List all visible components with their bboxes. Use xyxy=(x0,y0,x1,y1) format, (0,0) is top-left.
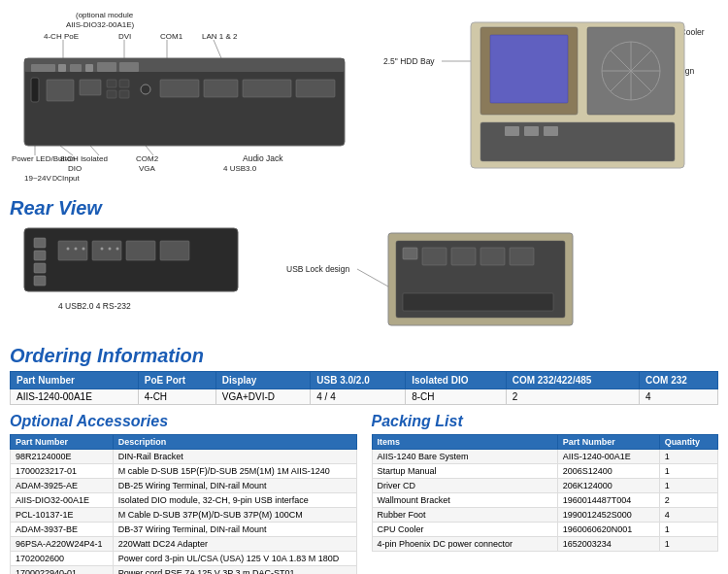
vga-connector xyxy=(80,80,101,95)
hdd-platter xyxy=(490,35,568,103)
pack-cell-2-0: Driver CD xyxy=(372,479,557,493)
accessories-table: Part Number Description 98R2124000EDIN-R… xyxy=(10,434,357,574)
db9-dot-6 xyxy=(116,248,119,251)
label-optional-module: (optional module xyxy=(76,11,134,19)
ordering-row-1: AIIS-1240-00A1E 4-CH VGA+DVI-D 4 / 4 8-C… xyxy=(11,389,718,405)
rear-rs232-2 xyxy=(92,241,121,260)
pack-col-items: Items xyxy=(372,435,557,450)
db9-dot-1 xyxy=(67,248,70,251)
acc-cell-4-1: M Cable D-SUB 37P(M)/D-SUB 37P(M) 100CM xyxy=(113,508,356,523)
accessories-row-3: AIIS-DIO32-00A1EIsolated DIO module, 32-… xyxy=(11,493,357,508)
top-section: (optional module AIIS-DIO32-00A1E) 4-CH … xyxy=(10,8,718,189)
ordering-cell-poe: 4-CH xyxy=(138,389,215,405)
pack-cell-4-0: Rubber Foot xyxy=(372,508,557,523)
acc-cell-2-0: ADAM-3925-AE xyxy=(11,479,114,493)
front-view-diagram: (optional module AIIS-DIO32-00A1E) 4-CH … xyxy=(10,8,369,187)
pack-cell-0-1: AIIS-1240-00A1E xyxy=(557,450,659,464)
pack-cell-1-1: 2006S12400 xyxy=(557,464,659,479)
pack-cell-5-1: 1960060620N001 xyxy=(557,523,659,537)
rear-rs232-4 xyxy=(160,241,189,260)
ordering-cell-part: AIIS-1240-00A1E xyxy=(11,389,139,405)
usb-port-4 xyxy=(119,90,129,98)
rear-view-diagram: 4 USB2.0 4 RS-232 xyxy=(10,223,262,321)
rear-3d-port-1 xyxy=(403,248,417,259)
rear-usb2 xyxy=(34,251,46,260)
usb-port-lock-1 xyxy=(505,126,519,136)
accessories-row-0: 98R2124000EDIN-Rail Bracket xyxy=(11,450,357,464)
rear-bottom-label: 4 USB2.0 4 RS-232 xyxy=(58,301,131,311)
label-voltage: 19~24V xyxy=(24,174,51,183)
pack-cell-6-1: 1652003234 xyxy=(557,537,659,552)
pack-cell-1-2: 1 xyxy=(659,464,717,479)
accessories-row-2: ADAM-3925-AEDB-25 Wiring Terminal, DIN-r… xyxy=(11,479,357,493)
accessories-section: Optional Accessories Part Number Descrip… xyxy=(10,413,357,574)
label-aiis-dio32: AIIS-DIO32-00A1E) xyxy=(66,20,135,29)
label-4ch-poe: 4-CH PoE xyxy=(44,32,79,41)
acc-cell-3-1: Isolated DIO module, 32-CH, 9-pin USB in… xyxy=(113,493,356,508)
packing-table: Items Part Number Quantity AIIS-1240 Bar… xyxy=(372,434,719,552)
right-view-area: 2.5" HDD Bay 1.5U CPU Cooler USB Lock de… xyxy=(379,8,728,189)
pack-col-part: Part Number xyxy=(557,435,659,450)
packing-row-3: Wallmount Bracket1960014487T0042 xyxy=(372,493,718,508)
packing-row-2: Driver CD206K1240001 xyxy=(372,479,718,493)
ordering-col-part: Part Number xyxy=(11,372,139,389)
label-8ch-isolated: 8-CH Isolated xyxy=(60,154,108,163)
packing-row-1: Startup Manual2006S124001 xyxy=(372,464,718,479)
packing-section: Packing List Items Part Number Quantity … xyxy=(372,413,719,574)
accessories-row-1: 1700023217-01M cable D-SUB 15P(F)/D-SUB … xyxy=(11,464,357,479)
label-dc: DC xyxy=(52,175,62,182)
bottom-two-col: Optional Accessories Part Number Descrip… xyxy=(10,413,718,574)
ordering-table: Part Number PoE Port Display USB 3.0/2.0… xyxy=(10,371,718,405)
rear-usb1 xyxy=(34,238,46,248)
accessories-row-5: ADAM-3937-BEDB-37 Wiring Terminal, DIN-r… xyxy=(11,523,357,537)
svg-line-3 xyxy=(214,40,221,58)
packing-row-5: CPU Cooler1960060620N0011 xyxy=(372,523,718,537)
rear-rs232-3 xyxy=(126,241,155,260)
pack-cell-4-2: 4 xyxy=(659,508,717,523)
extra-port-4 xyxy=(296,80,335,97)
extra-port-3 xyxy=(243,80,291,97)
extra-port-2 xyxy=(204,80,238,97)
ordering-cell-usb: 4 / 4 xyxy=(311,389,406,405)
ordering-col-poe: PoE Port xyxy=(138,372,215,389)
acc-cell-3-0: AIIS-DIO32-00A1E xyxy=(11,493,114,508)
ordering-col-com485: COM 232/422/485 xyxy=(506,372,639,389)
usb-port-1 xyxy=(107,80,116,87)
acc-col-part: Part Number xyxy=(11,435,114,450)
packing-row-4: Rubber Foot1990012452S0004 xyxy=(372,508,718,523)
rear-3d-diagram: USB Lock design xyxy=(281,223,592,335)
label-dvi: DVI xyxy=(118,32,131,41)
accessories-row-4: PCL-10137-1EM Cable D-SUB 37P(M)/D-SUB 3… xyxy=(11,508,357,523)
pack-cell-3-0: Wallmount Bracket xyxy=(372,493,557,508)
pack-cell-3-1: 1960014487T004 xyxy=(557,493,659,508)
rear-section-content: 4 USB2.0 4 RS-232 USB Lock design xyxy=(10,223,718,337)
label-audio-jack: Audio Jack xyxy=(243,153,283,163)
ordering-section: Ordering Information Part Number PoE Por… xyxy=(10,345,718,405)
pack-cell-6-0: 4-pin Phoenix DC power connector xyxy=(372,537,557,552)
rear-3d-port-2 xyxy=(422,248,447,265)
label-dio: DIO xyxy=(68,164,82,173)
rear-diagram-area: 4 USB2.0 4 RS-232 xyxy=(10,223,262,322)
db9-dot-5 xyxy=(109,248,112,251)
pack-cell-2-1: 206K124000 xyxy=(557,479,659,493)
acc-cell-8-0: 1700022940-01 xyxy=(11,566,114,575)
rear-right-diagram-area: USB Lock design xyxy=(281,223,718,337)
pack-cell-5-0: CPU Cooler xyxy=(372,523,557,537)
pack-cell-3-2: 2 xyxy=(659,493,717,508)
page: (optional module AIIS-DIO32-00A1E) 4-CH … xyxy=(0,0,728,574)
acc-col-desc: Description xyxy=(113,435,356,450)
ordering-cell-com485: 2 xyxy=(506,389,639,405)
acc-cell-0-0: 98R2124000E xyxy=(11,450,114,464)
port-com1 xyxy=(85,64,93,72)
extra-port-1 xyxy=(160,80,199,97)
right-view-diagram: 2.5" HDD Bay 1.5U CPU Cooler USB Lock de… xyxy=(379,8,728,187)
ordering-cell-com232: 4 xyxy=(640,389,718,405)
accessories-row-7: 1702002600Power cord 3-pin UL/CSA (USA) … xyxy=(11,552,357,566)
label-hdd-bay: 2.5" HDD Bay xyxy=(383,56,435,66)
acc-cell-1-1: M cable D-SUB 15P(F)/D-SUB 25M(1M) 1M AI… xyxy=(113,464,356,479)
label-lan: LAN 1 & 2 xyxy=(202,32,238,41)
rear-3d-usb-lock xyxy=(403,293,553,311)
power-button xyxy=(31,78,39,102)
packing-title: Packing List xyxy=(372,413,719,430)
acc-cell-6-1: 220Watt DC24 Adapter xyxy=(113,537,356,552)
